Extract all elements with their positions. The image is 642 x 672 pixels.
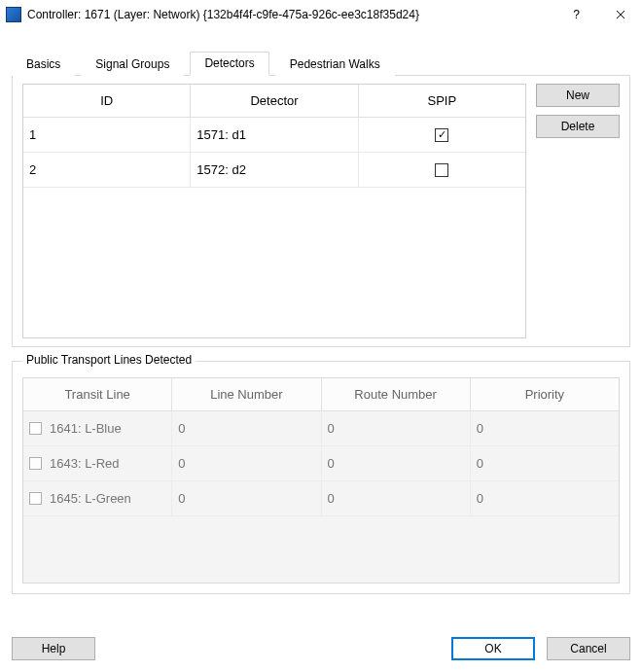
- checkbox-icon[interactable]: ✓: [435, 128, 448, 142]
- checkbox-icon[interactable]: [29, 457, 42, 470]
- col-header-line-number[interactable]: Line Number: [172, 378, 321, 410]
- cell-route-number[interactable]: 0: [322, 411, 471, 445]
- tab-signal-groups[interactable]: Signal Groups: [81, 53, 184, 76]
- table-row[interactable]: 1643: L-Red 0 0 0: [23, 446, 619, 481]
- table-row[interactable]: 2 1572: d2: [23, 153, 525, 188]
- col-header-id[interactable]: ID: [23, 85, 191, 117]
- cell-spip[interactable]: [359, 153, 525, 187]
- window-title: Controller: 1671 (Layer: Network) {132b4…: [27, 8, 554, 21]
- cell-transit-line[interactable]: 1641: L-Blue: [23, 411, 172, 445]
- pt-lines-group: Public Transport Lines Detected Transit …: [12, 361, 630, 594]
- cell-priority[interactable]: 0: [471, 446, 619, 480]
- table-row[interactable]: 1 1571: d1 ✓: [23, 118, 525, 153]
- cell-id[interactable]: 1: [23, 118, 191, 152]
- col-header-priority[interactable]: Priority: [471, 378, 619, 410]
- cell-transit-line[interactable]: 1645: L-Green: [23, 481, 172, 515]
- transit-line-label: 1641: L-Blue: [50, 421, 122, 436]
- pt-lines-legend: Public Transport Lines Detected: [22, 353, 196, 367]
- tab-pedestrian-walks[interactable]: Pedestrian Walks: [275, 53, 395, 76]
- checkbox-icon[interactable]: [435, 163, 448, 177]
- title-bar: Controller: 1671 (Layer: Network) {132b4…: [0, 0, 642, 29]
- help-button[interactable]: Help: [12, 637, 95, 660]
- checkbox-icon[interactable]: [29, 422, 42, 435]
- app-icon: [6, 7, 21, 22]
- new-button[interactable]: New: [536, 84, 620, 107]
- tab-detectors[interactable]: Detectors: [190, 52, 268, 76]
- cell-id[interactable]: 2: [23, 153, 191, 187]
- tab-bar: Basics Signal Groups Detectors Pedestria…: [12, 51, 630, 75]
- delete-button[interactable]: Delete: [536, 115, 620, 138]
- cell-line-number[interactable]: 0: [172, 446, 321, 480]
- cell-route-number[interactable]: 0: [322, 481, 471, 515]
- col-header-transit-line[interactable]: Transit Line: [23, 378, 172, 410]
- cancel-button[interactable]: Cancel: [547, 637, 630, 660]
- checkbox-icon[interactable]: [29, 492, 42, 505]
- cell-spip[interactable]: ✓: [359, 118, 525, 152]
- cell-detector[interactable]: 1571: d1: [191, 118, 358, 152]
- cell-priority[interactable]: 0: [471, 411, 619, 445]
- side-buttons: New Delete: [536, 84, 620, 338]
- cell-detector[interactable]: 1572: d2: [191, 153, 358, 187]
- table-row[interactable]: 1645: L-Green 0 0 0: [23, 481, 619, 516]
- transit-line-label: 1645: L-Green: [50, 491, 131, 506]
- col-header-spip[interactable]: SPIP: [359, 85, 525, 117]
- tab-basics[interactable]: Basics: [12, 53, 75, 76]
- tab-panel-detectors: ID Detector SPIP 1 1571: d1 ✓ 2 1572: d2…: [12, 75, 630, 347]
- col-header-detector[interactable]: Detector: [191, 85, 358, 117]
- dialog-button-bar: Help OK Cancel: [12, 637, 630, 660]
- cell-transit-line[interactable]: 1643: L-Red: [23, 446, 172, 480]
- pt-lines-table: Transit Line Line Number Route Number Pr…: [22, 377, 620, 584]
- col-header-route-number[interactable]: Route Number: [322, 378, 471, 410]
- transit-line-label: 1643: L-Red: [50, 456, 120, 471]
- table-row[interactable]: 1641: L-Blue 0 0 0: [23, 411, 619, 446]
- cell-line-number[interactable]: 0: [172, 481, 321, 515]
- ok-button[interactable]: OK: [451, 637, 535, 660]
- detectors-table: ID Detector SPIP 1 1571: d1 ✓ 2 1572: d2: [22, 84, 526, 338]
- close-icon[interactable]: [598, 0, 642, 29]
- cell-route-number[interactable]: 0: [322, 446, 471, 480]
- cell-line-number[interactable]: 0: [172, 411, 321, 445]
- help-icon[interactable]: ?: [554, 0, 598, 29]
- cell-priority[interactable]: 0: [471, 481, 619, 515]
